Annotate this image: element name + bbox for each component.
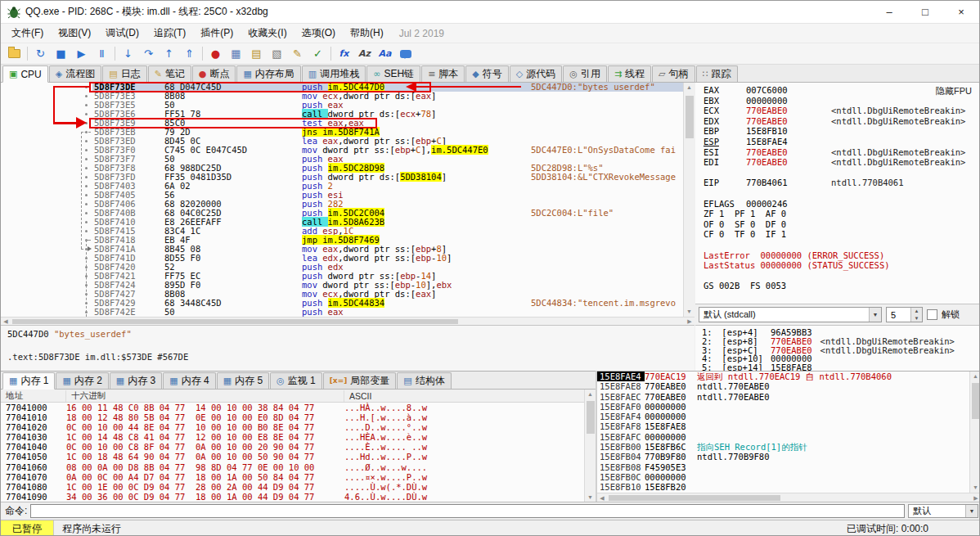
memory-row[interactable]: 770410801C 00 1E 00 0C D9 04 77 28 00 2A… <box>1 482 584 492</box>
toolbar-run-button[interactable]: ▶ <box>71 45 92 63</box>
tab-notes[interactable]: ✎笔记 <box>148 65 191 82</box>
tab-memory-2[interactable]: ▦内存 2 <box>56 372 108 389</box>
breakpoint-gutter[interactable] <box>81 299 92 308</box>
tab-graph[interactable]: ◈流程图 <box>49 65 101 82</box>
breakpoint-gutter[interactable] <box>81 245 92 254</box>
breakpoint-gutter[interactable] <box>81 182 92 191</box>
register-row[interactable]: ECX770EABE0<ntdll.DbgUiRemoteBreakin> <box>704 106 980 116</box>
toolbar-font-button[interactable]: Aa <box>375 45 395 63</box>
memory-dump-view[interactable]: ▦内存 1▦内存 2▦内存 3▦内存 4▦内存 5◎监视 1[x=]局部变量▤结… <box>1 371 596 502</box>
menu-item-5[interactable]: 收藏夹(I) <box>241 24 294 43</box>
scroll-up-icon[interactable]: ▲ <box>585 390 596 399</box>
memory-row[interactable]: 770410200C 00 10 00 44 8E 04 77 10 00 10… <box>1 422 584 432</box>
tab-cpu[interactable]: ▣CPU <box>2 65 48 83</box>
tab-references[interactable]: ◎引用 <box>563 65 607 82</box>
breakpoint-gutter[interactable] <box>81 218 92 227</box>
toolbar-comments-button[interactable]: ✎ <box>287 45 308 63</box>
stack-hscroll-thumb[interactable] <box>609 495 780 501</box>
menu-item-2[interactable]: 调试(D) <box>98 24 146 43</box>
menu-item-7[interactable]: 帮助(H) <box>343 24 391 43</box>
tab-watch-1[interactable]: ◎监视 1 <box>270 372 322 389</box>
toolbar-memory-map-button[interactable]: ▦ <box>226 45 246 63</box>
register-row[interactable]: LastError 00000000 (ERROR_SUCCESS) <box>704 250 980 261</box>
stack-view[interactable]: 15E8FAE4770EAC19返回到 ntdll.770EAC19 自 ntd… <box>597 371 980 502</box>
breakpoint-gutter[interactable] <box>81 119 92 128</box>
minimize-button[interactable]: – <box>871 1 907 23</box>
tab-threads[interactable]: ⇉线程 <box>608 65 651 82</box>
tab-trace[interactable]: ∷跟踪 <box>696 65 738 82</box>
memory-row[interactable]: 7704100016 00 11 48 C0 8B 04 77 14 00 10… <box>1 403 584 412</box>
toolbar-execute-till-return-button[interactable]: ↑ <box>159 45 179 63</box>
tab-locals[interactable]: [x=]局部变量 <box>323 372 397 389</box>
tab-memory-3[interactable]: ▦内存 3 <box>110 372 162 389</box>
breakpoint-gutter[interactable] <box>81 236 92 245</box>
tab-memory-map[interactable]: ▦内存布局 <box>236 65 300 82</box>
register-row[interactable]: EBX00000000 <box>704 96 980 106</box>
menu-item-6[interactable]: 选项(O) <box>294 24 343 43</box>
tab-memory-1[interactable]: ▦内存 1 <box>2 372 55 390</box>
toolbar-assembler-button[interactable]: Az <box>354 45 375 63</box>
stack-row[interactable]: 15E8FAFC00000000 <box>597 432 969 442</box>
register-row[interactable]: ZF 1 PF 1 AF 0 <box>704 209 980 219</box>
menu-item-3[interactable]: 追踪(T) <box>146 24 193 43</box>
toolbar-step-into-button[interactable]: ↓ <box>118 45 138 63</box>
tab-handles[interactable]: ▱句柄 <box>652 65 695 82</box>
toolbar-breakpoints-button[interactable]: ● <box>205 45 226 63</box>
breakpoint-gutter[interactable] <box>81 281 92 290</box>
breakpoint-gutter[interactable] <box>81 110 92 119</box>
tab-memory-4[interactable]: ▦内存 4 <box>163 372 215 389</box>
scroll-down-icon[interactable]: ▼ <box>684 307 695 317</box>
toolbar-patches-button[interactable]: ▧ <box>267 45 287 63</box>
tab-seh[interactable]: ∞SEH链 <box>366 65 420 82</box>
stepper-up-icon[interactable]: ▲ <box>911 308 922 315</box>
register-row[interactable]: LastStatus 00000000 (STATUS_SUCCESS) <box>704 260 980 271</box>
menu-item-1[interactable]: 视图(V) <box>51 24 98 43</box>
toolbar-check-updates-button[interactable]: ✓ <box>308 45 328 63</box>
memory-row[interactable]: 7704106008 00 0A 00 D8 8B 04 77 98 8D 04… <box>1 462 584 472</box>
breakpoint-gutter[interactable] <box>81 308 92 317</box>
breakpoint-gutter[interactable] <box>81 101 92 110</box>
register-row[interactable]: EAX007C6000 <box>704 85 980 96</box>
register-row[interactable]: GS 002B FS 0053 <box>704 281 980 291</box>
calling-convention-select[interactable]: 默认 (stdcall) ▼ <box>699 307 882 322</box>
register-row[interactable]: OF 0 SF 0 DF 0 <box>704 219 980 230</box>
toolbar-chat-button[interactable] <box>395 45 416 63</box>
toolbar-run-to-user-code-button[interactable]: ⇑ <box>179 45 200 63</box>
memory-row[interactable]: 770410301C 00 14 48 C8 41 04 77 12 00 10… <box>1 432 584 442</box>
scroll-down-icon[interactable]: ▼ <box>970 483 980 493</box>
disassembly-view[interactable]: 5D8F73DE68 D047C45Dpush im.5DC447D05DC44… <box>1 83 695 371</box>
stack-row[interactable]: 15E8FB0015E8FB6C指向SEH_Record[1]的指针 <box>597 442 969 452</box>
breakpoint-gutter[interactable] <box>81 263 92 272</box>
tab-log[interactable]: ▤日志 <box>102 65 146 82</box>
menu-item-4[interactable]: 插件(P) <box>193 24 241 43</box>
breakpoint-gutter[interactable] <box>81 164 92 173</box>
stack-row[interactable]: 15E8FB04770B9F80ntdll.770B9F80 <box>597 452 969 462</box>
stack-row[interactable]: 15E8FAF400000000 <box>597 412 969 421</box>
stack-row[interactable]: 15E8FAE4770EAC19返回到 ntdll.770EAC19 自 ntd… <box>597 372 969 381</box>
stack-row[interactable]: 15E8FB08F45905E3 <box>597 462 969 472</box>
stack-vscroll-thumb[interactable] <box>972 383 980 419</box>
register-row[interactable]: EDI770EABE0<ntdll.DbgUiRemoteBreakin> <box>704 157 980 168</box>
chevron-down-icon[interactable]: ▼ <box>965 505 978 517</box>
breakpoint-gutter[interactable] <box>81 290 92 299</box>
menu-item-0[interactable]: 文件(F) <box>4 24 51 43</box>
breakpoint-gutter[interactable] <box>81 272 92 281</box>
tab-symbols[interactable]: ◆符号 <box>465 65 508 82</box>
tab-struct[interactable]: ▤结构体 <box>397 372 451 389</box>
breakpoint-gutter[interactable] <box>81 83 92 92</box>
registers-view[interactable]: 隐藏FPU EAX007C6000EBX00000000ECX770EABE0<… <box>695 83 980 371</box>
memory-row[interactable]: 7704101018 00 12 48 80 5B 04 77 0E 00 10… <box>1 412 584 422</box>
toolbar-step-over-button[interactable]: ↷ <box>138 45 159 63</box>
breakpoint-gutter[interactable] <box>81 155 92 164</box>
toolbar-restart-button[interactable]: ↻ <box>30 45 51 63</box>
tab-memory-5[interactable]: ▦内存 5 <box>217 372 269 389</box>
memory-row[interactable]: 7704109034 00 36 00 0C D9 04 77 18 00 1A… <box>1 492 584 502</box>
tab-call-stack[interactable]: ▥调用堆栈 <box>302 65 366 82</box>
breakpoint-gutter[interactable] <box>81 209 92 218</box>
unlock-checkbox[interactable] <box>927 309 937 320</box>
disasm-hscroll-thumb[interactable] <box>12 319 458 324</box>
register-row[interactable]: EDX770EABE0<ntdll.DbgUiRemoteBreakin> <box>704 116 980 127</box>
breakpoint-gutter[interactable] <box>81 128 92 137</box>
memory-vscroll-thumb[interactable] <box>587 401 595 434</box>
register-row[interactable]: ESI770EABE0<ntdll.DbgUiRemoteBreakin> <box>704 147 980 158</box>
